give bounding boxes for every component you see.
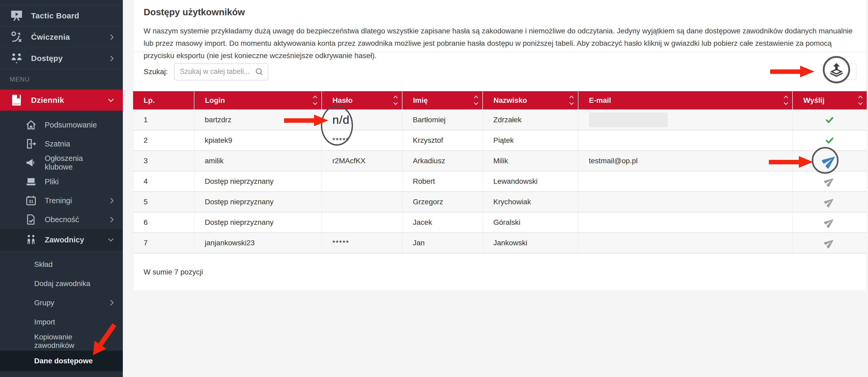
sidebar-item-pliki[interactable]: Pliki [0, 172, 123, 191]
sidebar: Tactic Board Ćwiczenia Dostępy MENU Dzie… [0, 0, 123, 377]
sidebar-section-label: MENU [0, 69, 123, 90]
attendance-doc-icon [24, 213, 38, 226]
sort-icon[interactable] [570, 96, 573, 104]
table-row: 6 Dostęp nieprzyznany Jacek Góralski [133, 212, 867, 233]
home-icon [24, 118, 38, 132]
sidebar-item-label: Obecność [45, 215, 79, 224]
chevron-right-icon [108, 198, 114, 203]
table-row: 1 bartzdrz n/d Bartłomiej Zdrzałek [133, 109, 867, 130]
send-email-plane-icon[interactable] [824, 238, 835, 246]
table-row: 2 kpiatek9 ***** Krzysztof Piątek [133, 130, 867, 151]
chevron-right-icon [108, 34, 114, 40]
page-title: Dostępy użytkowników [144, 7, 856, 18]
zawodnicy-submenu: Skład Dodaj zawodnika Grupy Import Kopio… [0, 251, 123, 371]
sidebar-item-grupy[interactable]: Grupy [0, 293, 123, 312]
cell-send [793, 233, 867, 253]
cell-send [793, 130, 867, 151]
cell-last-name: Zdrzałek [483, 109, 578, 130]
sidebar-item-label: Pliki [45, 178, 59, 186]
sent-check-icon [825, 136, 834, 144]
cell-lp: 7 [133, 233, 194, 253]
send-email-plane-icon[interactable] [824, 177, 835, 185]
sidebar-item-ogloszenia-klubowe[interactable]: Ogłoszenia klubowe [0, 153, 123, 172]
sidebar-item-zawodnicy[interactable]: Zawodnicy [0, 229, 123, 251]
col-header-login[interactable]: Login [194, 91, 322, 109]
search-icon [255, 67, 264, 76]
journal-book-icon [9, 93, 24, 107]
search-label: Szukaj: [144, 68, 168, 76]
chevron-down-icon [108, 96, 114, 102]
cell-password [322, 212, 402, 233]
cell-password [322, 171, 402, 192]
cell-first-name: Krzysztof [402, 130, 483, 151]
col-header-lp: Lp. [133, 91, 194, 109]
sidebar-item-dostepy[interactable]: Dostępy [0, 48, 123, 69]
cell-password [322, 192, 402, 212]
cell-lp: 6 [133, 212, 194, 233]
col-header-haslo[interactable]: Hasło [322, 91, 402, 109]
cell-last-name: Milik [483, 151, 578, 171]
col-header-nazwisko[interactable]: Nazwisko [483, 91, 578, 109]
cell-login: kpiatek9 [194, 130, 322, 151]
cell-login: Dostęp nieprzyznany [194, 192, 322, 212]
search-input[interactable] [174, 63, 268, 81]
sidebar-item-cwiczenia[interactable]: Ćwiczenia [0, 27, 123, 48]
sidebar-item-tactic-board[interactable]: Tactic Board [0, 5, 123, 27]
tactic-board-icon [9, 8, 24, 23]
cell-first-name: Jacek [402, 212, 483, 233]
sort-icon[interactable] [313, 96, 317, 104]
chevron-right-icon [108, 217, 114, 222]
chevron-right-icon [108, 300, 114, 306]
content-card: Dostępy użytkowników W naszym systemie p… [133, 0, 866, 291]
cell-send [793, 151, 867, 171]
sidebar-item-label: Dziennik [31, 96, 64, 105]
accesses-icon [9, 51, 24, 66]
sort-icon[interactable] [859, 96, 862, 104]
cell-send [793, 192, 867, 212]
sidebar-item-obecnosc[interactable]: Obecność [0, 210, 123, 229]
sidebar-item-szatnia[interactable]: Szatnia [0, 134, 123, 153]
sidebar-item-dane-dostepowe[interactable]: Dane dostępowe [0, 351, 123, 371]
cell-last-name: Piątek [483, 130, 578, 151]
cell-first-name: Bartłomiej [402, 109, 483, 130]
sidebar-item-label: Szatnia [45, 139, 70, 148]
laptop-icon [24, 175, 38, 189]
megaphone-icon [24, 156, 38, 169]
sidebar-item-label: Tactic Board [31, 11, 79, 20]
sidebar-item-treningi[interactable]: Treningi [0, 191, 123, 210]
chevron-right-icon [108, 56, 114, 61]
calendar-icon [24, 194, 38, 208]
table-row: 7 janjankowski23 ***** Jan Jankowski [133, 233, 867, 253]
col-header-wyslij[interactable]: Wyślij [793, 91, 867, 109]
cell-password: ***** [322, 233, 402, 253]
sidebar-item-label: Dostępy [31, 54, 63, 63]
password-masked[interactable]: ***** [333, 136, 349, 144]
sidebar-item-label: Ćwiczenia [31, 33, 70, 41]
col-header-email[interactable]: E-mail [578, 91, 793, 109]
sidebar-item-sklad[interactable]: Skład [0, 255, 123, 274]
send-email-plane-icon[interactable] [822, 156, 837, 164]
sort-icon[interactable] [394, 96, 397, 104]
sidebar-item-import[interactable]: Import [0, 312, 123, 332]
sort-icon[interactable] [784, 96, 787, 104]
cell-send [793, 171, 867, 192]
sidebar-item-kopiowanie-zawodnikow[interactable]: Kopiowanie zawodników [0, 332, 123, 351]
col-header-imie[interactable]: Imię [402, 91, 483, 109]
cell-password: ***** [322, 130, 402, 151]
send-email-plane-icon[interactable] [824, 218, 835, 226]
toolbar: Szukaj: [133, 52, 866, 91]
sidebar-item-label: Import [34, 318, 55, 326]
sidebar-item-dodaj-zawodnika[interactable]: Dodaj zawodnika [0, 274, 123, 293]
cell-last-name: Góralski [483, 212, 578, 233]
sidebar-item-dziennik[interactable]: Dziennik [0, 90, 123, 111]
export-button[interactable] [824, 63, 857, 80]
password-masked[interactable]: ***** [333, 239, 349, 247]
cell-email [578, 130, 793, 151]
send-email-plane-icon[interactable] [824, 197, 835, 205]
sidebar-item-podsumowanie[interactable]: Podsumowanie [0, 116, 123, 134]
table-row: 5 Dostęp nieprzyznany Grzegorz Krychowia… [133, 192, 867, 212]
sidebar-item-label: Treningi [45, 196, 72, 205]
sort-icon[interactable] [474, 96, 478, 104]
cell-login: Dostęp nieprzyznany [194, 171, 322, 192]
cell-first-name: Jan [402, 233, 483, 253]
